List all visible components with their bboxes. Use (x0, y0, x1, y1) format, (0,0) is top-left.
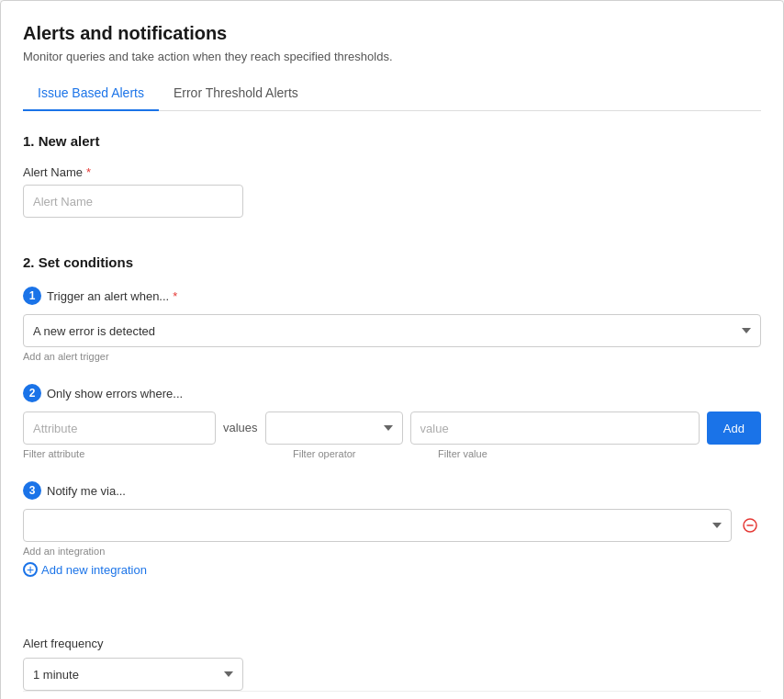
notify-select[interactable]: Email Slack PagerDuty (23, 509, 732, 542)
notify-label: 3 Notify me via... (23, 481, 761, 500)
step1-badge: 1 (23, 287, 41, 305)
trigger-select[interactable]: A new error is detected Error count exce… (23, 314, 761, 347)
frequency-select[interactable]: 1 minute 5 minutes 15 minutes 30 minutes… (23, 658, 243, 691)
alert-name-input[interactable] (23, 185, 243, 218)
frequency-label: Alert frequency (23, 637, 761, 650)
trigger-step: 1 Trigger an alert when... * A new error… (23, 287, 761, 362)
page-title: Alerts and notifications (23, 23, 761, 44)
trigger-label: 1 Trigger an alert when... * (23, 287, 761, 305)
integration-helper: Add an integration (23, 546, 761, 557)
frequency-section: Alert frequency 1 minute 5 minutes 15 mi… (23, 637, 761, 691)
add-filter-button[interactable]: Add (707, 412, 761, 445)
trigger-required: * (173, 289, 177, 303)
filter-operator-spacer (223, 448, 286, 459)
set-conditions-section: 2. Set conditions 1 Trigger an alert whe… (23, 254, 761, 600)
step2-badge: 2 (23, 384, 41, 402)
tab-error-threshold[interactable]: Error Threshold Alerts (159, 78, 313, 111)
filter-value-label: Filter value (438, 448, 761, 459)
footer: Cancel Save alert (23, 691, 761, 699)
filter-operator-label: Filter operator (293, 448, 431, 459)
filter-operator-select[interactable]: equals contains starts with (265, 412, 403, 445)
plus-circle-icon: + (23, 562, 38, 577)
filter-attribute-input[interactable] (23, 412, 216, 445)
page-subtitle: Monitor queries and take action when the… (23, 50, 761, 63)
set-conditions-header: 2. Set conditions (23, 254, 761, 270)
alert-name-label: Alert Name * (23, 165, 761, 179)
filter-value-input[interactable] (410, 412, 700, 445)
tab-issue-based[interactable]: Issue Based Alerts (23, 78, 159, 111)
filter-step: 2 Only show errors where... values equal… (23, 384, 761, 459)
alerts-modal: Alerts and notifications Monitor queries… (0, 0, 784, 699)
required-indicator: * (86, 165, 91, 179)
values-label: values (223, 412, 258, 445)
add-integration-link[interactable]: + Add new integration (23, 562, 147, 577)
step3-badge: 3 (23, 481, 41, 500)
remove-integration-button[interactable] (739, 514, 761, 536)
alert-name-field: Alert Name * (23, 165, 761, 218)
notify-select-wrapper: Email Slack PagerDuty (23, 509, 732, 542)
filter-labels-row: Filter attribute Filter operator Filter … (23, 448, 761, 459)
notify-row: Email Slack PagerDuty (23, 509, 761, 542)
new-alert-section: 1. New alert Alert Name * (23, 133, 761, 232)
new-alert-header: 1. New alert (23, 133, 761, 149)
trigger-helper: Add an alert trigger (23, 351, 761, 362)
notify-step: 3 Notify me via... Email Slack PagerDuty (23, 481, 761, 578)
tabs-container: Issue Based Alerts Error Threshold Alert… (23, 78, 761, 111)
filter-row: values equals contains starts with Add (23, 412, 761, 445)
filter-label: 2 Only show errors where... (23, 384, 761, 402)
filter-attribute-label: Filter attribute (23, 448, 216, 459)
